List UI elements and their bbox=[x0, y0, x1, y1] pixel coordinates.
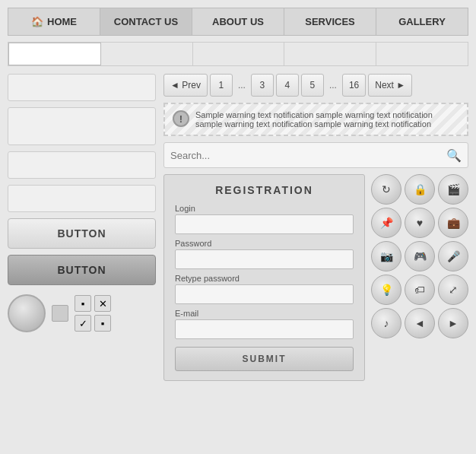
main-content: BUTTON BUTTON ▪ ✕ ✓ ▪ ◄ Prev 1 ... 3 bbox=[8, 74, 468, 381]
registration-form: REGISTRATION Login Password Retype passw… bbox=[163, 174, 365, 381]
button-dark[interactable]: BUTTON bbox=[8, 255, 156, 285]
login-input[interactable] bbox=[175, 214, 354, 234]
checkbox-group: ▪ ✕ ✓ ▪ bbox=[75, 295, 111, 332]
dots-2: ... bbox=[326, 80, 340, 90]
bulb-icon-btn[interactable]: 💡 bbox=[371, 275, 401, 305]
page-btn-4[interactable]: 4 bbox=[276, 74, 299, 97]
bottom-controls: ▪ ✕ ✓ ▪ bbox=[8, 294, 156, 332]
refresh-icon-btn[interactable]: ↻ bbox=[371, 174, 401, 205]
nav-home-label: HOME bbox=[47, 16, 77, 27]
input-field-2[interactable] bbox=[8, 107, 156, 145]
mic-icon-btn[interactable]: 🎤 bbox=[438, 241, 468, 271]
nav-services-label: SERVICES bbox=[305, 16, 355, 27]
sec-nav-item-3[interactable] bbox=[193, 43, 285, 65]
prev-label: ◄ Prev bbox=[170, 80, 201, 90]
nav-gallery[interactable]: GALLERY bbox=[376, 8, 468, 35]
page-btn-16[interactable]: 16 bbox=[342, 74, 366, 97]
retype-password-label: Retype password bbox=[175, 274, 354, 283]
arrow-right-icon-btn[interactable]: ► bbox=[438, 308, 468, 338]
nav-about[interactable]: ABOUT US bbox=[192, 8, 284, 35]
button-light-label: BUTTON bbox=[57, 227, 106, 240]
gamepad-icon-btn[interactable]: 🎮 bbox=[405, 241, 435, 271]
button-dark-label: BUTTON bbox=[57, 264, 106, 276]
prev-button[interactable]: ◄ Prev bbox=[163, 74, 208, 97]
email-label: E-mail bbox=[175, 309, 354, 318]
briefcase-icon-btn[interactable]: 💼 bbox=[438, 208, 468, 238]
arrow-left-icon-btn[interactable]: ◄ bbox=[405, 308, 435, 338]
warning-text: Sample warning text notification sample … bbox=[195, 110, 459, 129]
page-btn-3[interactable]: 3 bbox=[251, 74, 274, 97]
sec-nav-item-4[interactable] bbox=[284, 43, 376, 65]
video-icon-btn[interactable]: 🎬 bbox=[438, 174, 468, 205]
search-button[interactable]: 🔍 bbox=[446, 148, 462, 163]
input-field-1[interactable] bbox=[8, 74, 156, 101]
button-light[interactable]: BUTTON bbox=[8, 218, 156, 249]
heart-icon-btn[interactable]: ♥ bbox=[405, 208, 435, 238]
next-label: Next ► bbox=[375, 80, 405, 90]
nav-contact[interactable]: CONTACT US bbox=[100, 8, 192, 35]
email-input[interactable] bbox=[175, 319, 354, 339]
password-input[interactable] bbox=[175, 249, 354, 269]
page-btn-5[interactable]: 5 bbox=[301, 74, 324, 97]
login-label: Login bbox=[175, 204, 354, 213]
camera-icon-btn[interactable]: 📷 bbox=[371, 241, 401, 271]
checkbox-4[interactable]: ▪ bbox=[94, 315, 111, 332]
circle-button[interactable] bbox=[8, 294, 46, 332]
password-label: Password bbox=[175, 239, 354, 248]
secondary-nav bbox=[8, 42, 468, 66]
music-icon-btn[interactable]: ♪ bbox=[371, 308, 401, 338]
expand-icon-btn[interactable]: ⤢ bbox=[438, 275, 468, 305]
nav-about-label: ABOUT US bbox=[212, 16, 264, 27]
nav-home[interactable]: 🏠 HOME bbox=[8, 8, 100, 35]
sec-nav-item-1[interactable] bbox=[8, 43, 101, 65]
tag-icon-btn[interactable]: 🏷 bbox=[405, 275, 435, 305]
registration-title: REGISTRATION bbox=[175, 184, 354, 196]
search-bar: 🔍 bbox=[163, 142, 468, 168]
nav-gallery-label: GALLERY bbox=[398, 16, 446, 27]
dots-1: ... bbox=[235, 80, 249, 90]
home-icon: 🏠 bbox=[31, 16, 43, 27]
nav-contact-label: CONTACT US bbox=[114, 16, 178, 27]
checkbox-3[interactable]: ✓ bbox=[75, 315, 91, 332]
sec-nav-item-2[interactable] bbox=[101, 43, 193, 65]
next-button[interactable]: Next ► bbox=[368, 74, 412, 97]
nav-services[interactable]: SERVICES bbox=[284, 8, 376, 35]
retype-password-input[interactable] bbox=[175, 284, 354, 304]
page-btn-1[interactable]: 1 bbox=[210, 74, 233, 97]
small-square[interactable] bbox=[52, 305, 68, 322]
pin-icon-btn[interactable]: 📌 bbox=[371, 208, 401, 238]
submit-button[interactable]: SUBMIT bbox=[175, 347, 354, 371]
nav-bar: 🏠 HOME CONTACT US ABOUT US SERVICES GALL… bbox=[8, 8, 468, 36]
input-field-3[interactable] bbox=[8, 151, 156, 179]
left-column: BUTTON BUTTON ▪ ✕ ✓ ▪ bbox=[8, 74, 156, 381]
warning-box: ! Sample warning text notification sampl… bbox=[163, 103, 468, 136]
checkbox-1[interactable]: ▪ bbox=[75, 295, 91, 312]
checkbox-2[interactable]: ✕ bbox=[94, 295, 111, 312]
input-field-4[interactable] bbox=[8, 185, 156, 212]
sec-nav-item-5[interactable] bbox=[376, 43, 468, 65]
icon-grid: ↻ 🔒 🎬 📌 ♥ 💼 📷 🎮 🎤 💡 🏷 ⤢ ♪ ◄ ► bbox=[371, 174, 468, 381]
submit-label: SUBMIT bbox=[243, 354, 287, 364]
warning-icon: ! bbox=[173, 110, 189, 127]
bottom-row: REGISTRATION Login Password Retype passw… bbox=[163, 174, 468, 381]
right-column: ◄ Prev 1 ... 3 4 5 ... 16 Next ► ! Sampl… bbox=[163, 74, 468, 381]
search-input[interactable] bbox=[170, 150, 446, 161]
lock-icon-btn[interactable]: 🔒 bbox=[405, 174, 435, 205]
pagination: ◄ Prev 1 ... 3 4 5 ... 16 Next ► bbox=[163, 74, 468, 97]
